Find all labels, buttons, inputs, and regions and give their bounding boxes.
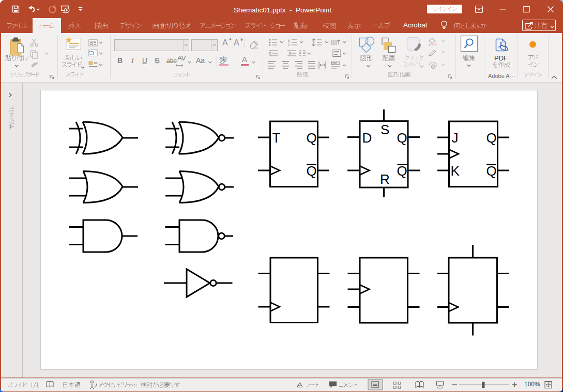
svg-text:Q: Q [307, 130, 317, 146]
svg-text:J: J [452, 130, 459, 146]
svg-text:K: K [451, 163, 460, 179]
svg-text:Q: Q [486, 130, 497, 146]
svg-text:R: R [380, 171, 390, 187]
svg-text:Q: Q [486, 163, 497, 179]
svg-text:D: D [362, 130, 372, 146]
svg-text:T: T [272, 130, 281, 146]
svg-text:Q: Q [307, 163, 317, 179]
svg-text:S: S [381, 122, 389, 137]
svg-text:Q: Q [397, 130, 407, 146]
svg-text:Q: Q [397, 163, 407, 179]
